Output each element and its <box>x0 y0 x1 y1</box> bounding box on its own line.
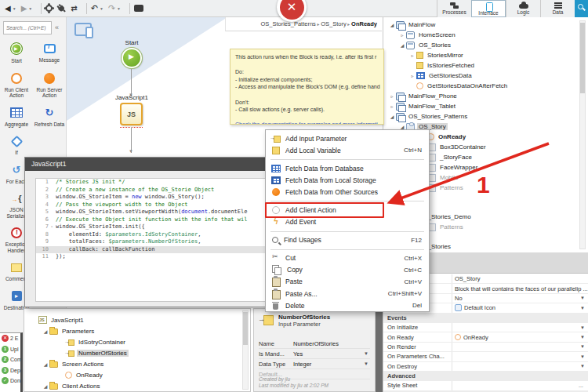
dropdown-caret-icon[interactable]: ▼ <box>580 296 588 300</box>
tree-item[interactable]: JavaScript1 <box>27 314 241 325</box>
code-line[interactable]: 3 window.OS_StorieItem = new window.OS_S… <box>36 194 278 201</box>
menu-item[interactable]: Fetch Data from Local Storage <box>266 174 429 186</box>
tree-item[interactable]: ◢ Screen Actions <box>27 358 241 369</box>
property-value[interactable] <box>452 362 580 371</box>
toolbox-tool[interactable]: Aggregate <box>0 103 33 128</box>
menu-item[interactable]: Paste As... Ctrl+Shift+V <box>266 288 429 299</box>
tree-expand-icon[interactable]: ▹ <box>388 93 396 99</box>
dropdown-caret-icon[interactable]: ▼ <box>364 351 370 356</box>
tree-item[interactable]: ◢ Client Actions <box>27 380 241 391</box>
tree-scrollbar[interactable] <box>579 20 586 249</box>
fold-marker[interactable] <box>50 201 56 209</box>
tree-expand-icon[interactable]: ◢ <box>398 42 406 48</box>
tree-item[interactable]: ▹ MainFlow_Tablet <box>383 101 579 111</box>
dropdown-caret-icon[interactable]: ▼ <box>580 306 588 310</box>
menu-item[interactable]: Find Usages F12 <box>266 234 429 246</box>
property-value[interactable]: No <box>452 294 580 303</box>
code-line[interactable]: 5 window.OS_StorieItem.setViewportWidth(… <box>36 209 278 216</box>
tab[interactable]: Logic <box>506 0 540 17</box>
menu-item[interactable]: Add Local Variable Ctrl+N <box>266 144 429 156</box>
toolbox-search-input[interactable] <box>3 21 52 34</box>
menu-item[interactable]: Copy Ctrl+C <box>266 264 429 276</box>
tree-expand-icon[interactable]: ◢ <box>42 328 49 334</box>
tree-item[interactable]: ▹ StoriesMirror <box>383 50 579 60</box>
fold-marker[interactable] <box>50 216 56 224</box>
code-line[interactable]: 6 // Execute the Object init function wi… <box>36 216 278 224</box>
code-line[interactable]: 4 // Pass the viewport width to the Obje… <box>36 201 278 209</box>
parameter-value[interactable]: NumberOfStories <box>293 340 370 347</box>
parameter-value[interactable]: Integer <box>293 361 364 368</box>
tree-expand-icon[interactable]: ▹ <box>388 103 396 109</box>
tree-item[interactable]: IdSotryContainer <box>27 336 241 347</box>
dropdown-caret-icon[interactable]: ▼ <box>580 325 588 330</box>
panel-splitter[interactable] <box>376 308 383 392</box>
property-value[interactable] <box>452 343 580 351</box>
ellipsis-button[interactable]: ... <box>579 383 588 388</box>
tree-expand-icon[interactable]: ◢ <box>388 22 396 27</box>
code-editor-title[interactable]: JavaScript1 <box>25 158 285 171</box>
toolbox-tool[interactable]: If <box>0 132 33 156</box>
dropdown-caret-icon[interactable]: ▼ <box>580 344 588 349</box>
code-line[interactable]: 8 elementId: $parameters.IdSotryContaine… <box>36 231 278 239</box>
fold-marker[interactable] <box>50 238 56 246</box>
javascript-node[interactable]: JS <box>120 103 143 125</box>
menu-item[interactable]: Add Input Parameter <box>266 132 429 144</box>
collapse-toolbox-icon[interactable]: « <box>55 24 59 31</box>
publish-button[interactable] <box>57 2 66 16</box>
fold-marker[interactable] <box>50 179 56 187</box>
menu-item[interactable]: Paste Ctrl+V <box>266 276 429 288</box>
scrollbar-thumb[interactable] <box>243 312 248 345</box>
tree-expand-icon[interactable]: ◢ <box>42 383 49 389</box>
menu-item[interactable]: Delete Del <box>266 299 429 311</box>
tree-expand-icon[interactable]: ◢ <box>42 361 49 367</box>
tree-expand-icon[interactable]: ◢ <box>398 124 406 129</box>
menu-item[interactable] <box>266 156 429 162</box>
menu-item[interactable] <box>266 228 429 234</box>
documentation-link[interactable]: Check the documentation for examples and… <box>235 121 383 125</box>
code-line[interactable]: 1 /* Stories JS init */ <box>36 179 278 187</box>
tree-item[interactable]: ◢ OS_Stories_Patterns <box>383 111 579 122</box>
tree-item[interactable]: NumberOfStories <box>27 347 241 358</box>
tree-expand-icon[interactable]: ▹ <box>408 73 416 78</box>
scrollbar-thumb[interactable] <box>580 23 585 93</box>
tree-item[interactable]: ◢ Parameters <box>27 325 241 336</box>
code-editor[interactable]: 1 /* Stories JS init */ 2 // Create a ne… <box>35 178 278 302</box>
redo-button[interactable]: ↷▼ <box>108 2 121 16</box>
code-line[interactable]: 9 totalFaces: $parameters.NumberOfStorie… <box>36 238 278 246</box>
code-line[interactable]: 2 // Create a new instance of the OS_Sto… <box>36 187 278 194</box>
dropdown-caret-icon[interactable]: ▼ <box>580 364 588 368</box>
tab[interactable]: Data <box>540 0 575 17</box>
tree-item[interactable]: OnReady <box>27 369 241 380</box>
dropdown-caret-icon[interactable]: ▼ <box>364 361 370 366</box>
property-value[interactable]: OnReady <box>452 332 580 341</box>
tree-item[interactable]: ▹ GetStoriesData <box>383 71 579 81</box>
tree-item[interactable]: ▹ HomeScreen <box>383 30 579 40</box>
back-button[interactable]: ◀▼ <box>5 2 16 16</box>
toolbox-tool[interactable] <box>33 132 66 156</box>
parameter-value[interactable]: Yes <box>293 350 364 358</box>
fold-marker[interactable] <box>50 231 56 239</box>
toolbox-tool[interactable]: Run Client Action <box>0 69 33 99</box>
forward-button[interactable]: ▶▼ <box>21 2 33 16</box>
tree-expand-icon[interactable]: ▹ <box>408 53 416 58</box>
dropdown-caret-icon[interactable]: ▼ <box>580 335 588 339</box>
property-value[interactable]: Default Icon <box>452 303 580 312</box>
tree-item[interactable]: ◢ OS_Stories <box>383 40 579 50</box>
menu-item[interactable]: Add Client Action <box>266 204 429 216</box>
settings-button[interactable] <box>45 2 53 16</box>
menu-item[interactable]: Fetch Data from Other Sources <box>266 186 429 198</box>
property-value[interactable] <box>452 381 579 390</box>
global-search-button[interactable] <box>575 0 588 17</box>
fold-marker[interactable] <box>50 187 56 194</box>
menu-item[interactable]: Cut Ctrl+X <box>266 252 429 264</box>
code-line[interactable]: 7 - window.OS_StorieItem.init({ <box>36 223 278 231</box>
tab[interactable]: Processes <box>437 0 471 17</box>
fold-marker[interactable] <box>50 194 56 201</box>
tree-item[interactable]: IsStoriesFetched <box>383 60 579 71</box>
tree-scrollbar[interactable] <box>242 310 249 390</box>
code-line[interactable]: 11 }); <box>36 253 278 261</box>
fold-marker[interactable] <box>50 246 56 254</box>
fold-marker[interactable]: - <box>50 223 56 231</box>
toolbox-tool[interactable]: ↻ Refresh Data <box>33 103 66 128</box>
code-line[interactable]: 10 callBack: callBackFunction <box>36 246 278 254</box>
